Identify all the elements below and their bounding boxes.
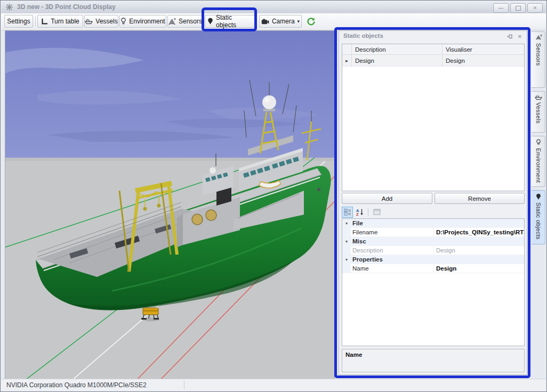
property-grid: ▾ File Filename D:\Projects_QINSy_testin… (342, 218, 525, 346)
title-bar: 3D new - 3D Point Cloud Display — ✕ (1, 1, 546, 14)
help-title: Name (345, 352, 524, 358)
category-row-misc[interactable]: ▾ Misc (342, 237, 524, 246)
gpu-status-text: NVIDIA Corporation Quadro M1000M/PCIe/SS… (6, 381, 147, 389)
column-header-description[interactable]: Description (352, 44, 443, 54)
app-window: 3D new - 3D Point Cloud Display — ✕ Sett… (0, 0, 547, 392)
add-button[interactable]: Add (342, 193, 432, 204)
toolbar-separator (35, 17, 36, 26)
name-value[interactable]: Design (433, 264, 524, 273)
rov-model (141, 308, 159, 322)
table-row[interactable]: ▸ Design Design (342, 55, 524, 67)
remove-button[interactable]: Remove (435, 193, 525, 204)
svg-text:Z: Z (356, 212, 359, 216)
panel-pin-icon[interactable] (505, 33, 514, 40)
camera-dropdown-caret: ▾ (297, 19, 300, 24)
property-row-filename[interactable]: Filename D:\Projects_QINSy_testing\RTK_T (342, 228, 524, 237)
static-objects-tab-icon (536, 193, 541, 200)
property-grid-toolbar: A Z (342, 207, 382, 217)
side-tab-sensors[interactable]: Sensors (532, 31, 545, 88)
alphabetical-sort-button[interactable]: A Z (354, 207, 365, 218)
status-separator (184, 381, 184, 389)
camera-button[interactable]: Camera ▾ (259, 15, 302, 28)
panel-title: Static objects (343, 32, 383, 39)
sensors-tab-icon (535, 35, 542, 41)
categorized-view-button[interactable] (342, 207, 353, 218)
static-objects-button[interactable]: Static objects (205, 15, 256, 28)
category-row-file[interactable]: ▾ File (342, 219, 524, 228)
category-chevron-icon[interactable]: ▾ (342, 219, 351, 227)
cell-description[interactable]: Design (352, 55, 443, 66)
static-objects-panel: Static objects ✕ Description Visualiser … (339, 30, 527, 375)
app-icon (5, 3, 13, 11)
maximize-button[interactable] (510, 3, 526, 13)
side-tab-environment[interactable]: Environment (532, 136, 545, 187)
vessel-icon (85, 18, 93, 24)
filename-value[interactable]: D:\Projects_QINSy_testing\RTK_T (433, 228, 524, 236)
sensors-icon (168, 18, 176, 25)
settings-label: Settings (7, 18, 30, 25)
category-row-properties[interactable]: ▾ Properties (342, 255, 524, 264)
camera-icon (261, 19, 269, 24)
minimize-button[interactable]: — (493, 3, 509, 13)
window-title: 3D new - 3D Point Cloud Display (17, 3, 116, 11)
environment-tab-icon (536, 139, 541, 146)
property-help-box: Name (342, 349, 525, 372)
turn-table-button[interactable]: Turn table (37, 15, 83, 28)
pg-toolbar-separator (368, 208, 368, 216)
property-pages-button[interactable] (371, 207, 382, 218)
static-objects-pin-icon (207, 18, 213, 25)
close-button[interactable]: ✕ (527, 3, 543, 13)
vessels-tab-icon (535, 94, 542, 100)
panel-close-icon[interactable]: ✕ (516, 33, 524, 40)
table-header: Description Visualiser (342, 44, 524, 55)
row-selector-arrow: ▸ (342, 55, 352, 66)
main-toolbar: Settings Turn table Vessels (1, 13, 546, 30)
status-bar: NVIDIA Corporation Quadro M1000M/PCIe/SS… (1, 379, 546, 391)
refresh-button[interactable] (304, 15, 318, 28)
property-row-description: Description Design (342, 246, 524, 255)
3d-viewport[interactable] (5, 30, 335, 380)
settings-button[interactable]: Settings (4, 15, 33, 28)
refresh-icon (307, 17, 316, 26)
column-header-visualiser[interactable]: Visualiser (443, 44, 524, 54)
side-tab-strip: Sensors Vessels Environment (532, 30, 546, 379)
side-tab-static-objects[interactable]: Static objects (532, 190, 545, 244)
environment-button[interactable]: Environment (119, 15, 166, 28)
property-row-name[interactable]: Name Design (342, 264, 524, 273)
sensors-button[interactable]: Sensors (167, 15, 203, 28)
side-tab-vessels[interactable]: Vessels (532, 91, 545, 133)
turn-table-icon (41, 18, 48, 25)
lightbulb-icon (120, 18, 126, 25)
description-value: Design (433, 246, 524, 255)
cell-visualiser[interactable]: Design (443, 55, 524, 66)
vessels-button[interactable]: Vessels (84, 15, 118, 28)
static-objects-table: Description Visualiser ▸ Design Design (342, 44, 525, 191)
